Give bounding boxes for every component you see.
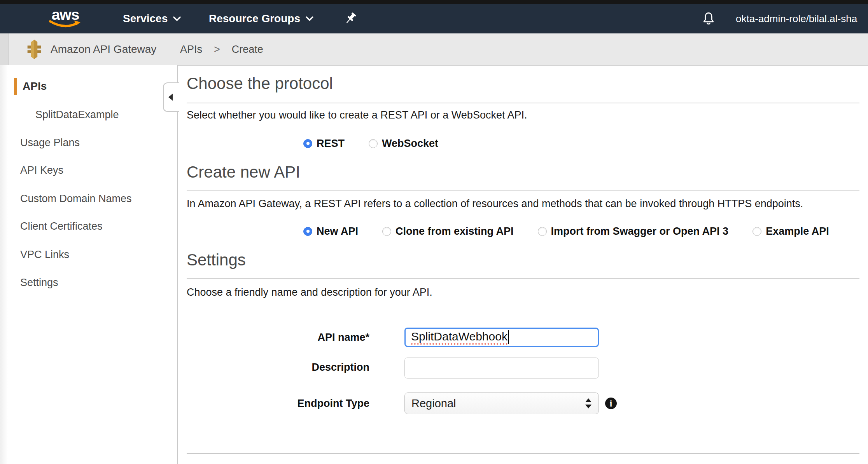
api-name-label: API name* — [187, 331, 369, 343]
main-content: Choose the protocol Select whether you w… — [187, 65, 868, 464]
aws-logo-text: aws — [47, 7, 83, 22]
sidebar-item-splitdataexample[interactable]: SplitDataExample — [35, 109, 119, 121]
settings-description: Choose a friendly name and description f… — [187, 286, 432, 299]
create-api-options: New API Clone from existing API Import f… — [303, 222, 829, 240]
radio-unchecked-icon — [538, 227, 547, 236]
radio-import-swagger-label: Import from Swagger or Open API 3 — [551, 225, 729, 237]
aws-console: aws Services Resource Groups — [0, 0, 868, 464]
sidebar-item-apis[interactable]: APIs — [23, 80, 47, 92]
api-name-value: SplitDataWebhook — [411, 330, 508, 345]
footer-divider — [187, 453, 859, 454]
protocol-description: Select whether you would like to create … — [187, 109, 527, 122]
section-divider — [187, 278, 859, 279]
section-divider — [187, 103, 859, 103]
top-navbar: aws Services Resource Groups — [0, 4, 868, 33]
breadcrumb-separator: > — [214, 44, 220, 56]
sidebar-item-client-certificates[interactable]: Client Certificates — [20, 220, 103, 232]
browser-chrome-strip — [0, 0, 868, 4]
account-label: okta-admin-role/bilal.al-sha — [736, 13, 857, 25]
pin-icon[interactable] — [344, 12, 358, 26]
radio-clone-api-label: Clone from existing API — [396, 225, 514, 237]
resource-groups-menu[interactable]: Resource Groups — [209, 4, 313, 33]
breadcrumb-left-strip — [0, 33, 9, 65]
select-stepper-icon — [585, 393, 592, 414]
breadcrumb-divider — [169, 33, 169, 65]
breadcrumb-bar: Amazon API Gateway APIs > Create — [0, 33, 868, 66]
sidebar-item-api-keys[interactable]: API Keys — [20, 164, 63, 176]
radio-new-api-label: New API — [317, 225, 358, 237]
radio-example-api-label: Example API — [766, 225, 829, 237]
radio-rest[interactable]: REST — [303, 138, 345, 150]
radio-clone-api[interactable]: Clone from existing API — [382, 225, 514, 237]
breadcrumb-item-create: Create — [232, 44, 263, 56]
radio-websocket[interactable]: WebSocket — [369, 138, 438, 150]
protocol-section-title: Choose the protocol — [187, 75, 333, 92]
account-menu[interactable]: okta-admin-role/bilal.al-sha — [736, 4, 857, 33]
radio-unchecked-icon — [752, 227, 761, 236]
description-input[interactable] — [404, 358, 599, 379]
sidebar-collapse-button[interactable] — [163, 82, 179, 112]
chevron-left-icon — [168, 94, 173, 101]
description-label: Description — [187, 361, 369, 373]
create-api-description: In Amazon API Gateway, a REST API refers… — [187, 197, 803, 211]
sidebar-item-usage-plans[interactable]: Usage Plans — [20, 137, 80, 149]
service-title[interactable]: Amazon API Gateway — [51, 33, 156, 65]
settings-section-title: Settings — [187, 251, 246, 269]
endpoint-type-select[interactable]: Regional — [404, 392, 599, 414]
sidebar-item-custom-domain-names[interactable]: Custom Domain Names — [20, 193, 132, 205]
section-divider — [187, 190, 859, 191]
radio-websocket-label: WebSocket — [382, 138, 438, 150]
active-item-indicator — [14, 78, 17, 95]
endpoint-type-label: Endpoint Type — [187, 398, 369, 409]
endpoint-type-value: Regional — [411, 397, 456, 410]
resource-groups-label: Resource Groups — [209, 12, 300, 25]
radio-checked-icon — [303, 139, 312, 148]
radio-import-swagger[interactable]: Import from Swagger or Open API 3 — [538, 225, 729, 237]
breadcrumb: APIs > Create — [180, 33, 263, 65]
radio-unchecked-icon — [382, 227, 391, 236]
radio-new-api[interactable]: New API — [303, 225, 358, 237]
services-label: Services — [123, 12, 168, 25]
radio-unchecked-icon — [369, 139, 378, 148]
api-gateway-icon — [24, 39, 44, 60]
api-name-input[interactable]: SplitDataWebhook — [404, 328, 599, 347]
radio-checked-icon — [303, 227, 312, 236]
sidebar-item-vpc-links[interactable]: VPC Links — [20, 249, 69, 261]
chevron-down-icon — [306, 16, 313, 21]
protocol-options: REST WebSocket — [303, 134, 438, 152]
radio-rest-label: REST — [317, 138, 345, 150]
chevron-down-icon — [173, 16, 181, 21]
radio-example-api[interactable]: Example API — [752, 225, 829, 237]
sidebar: APIs SplitDataExample Usage Plans API Ke… — [0, 65, 178, 464]
breadcrumb-item-apis[interactable]: APIs — [180, 44, 202, 56]
text-caret — [508, 330, 509, 344]
notifications-bell-icon[interactable] — [702, 11, 716, 26]
aws-logo[interactable]: aws — [47, 7, 83, 31]
info-icon[interactable] — [605, 398, 617, 409]
services-menu[interactable]: Services — [123, 4, 181, 33]
sidebar-item-settings[interactable]: Settings — [20, 277, 58, 289]
create-api-section-title: Create new API — [187, 163, 300, 181]
